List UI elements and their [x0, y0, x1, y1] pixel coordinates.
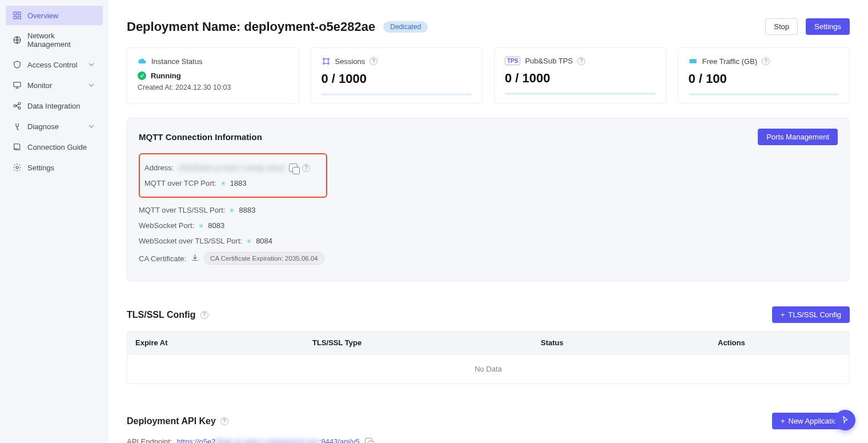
address-value: o5e282ae.us-east-1.emqx.cloud	[178, 163, 284, 172]
sidebar-item-monitor[interactable]: Monitor	[6, 75, 103, 95]
stat-card-sessions: Sessions ? 0 / 1000	[311, 47, 483, 104]
page-title: Deployment Name: deployment-o5e282ae	[127, 19, 375, 34]
copy-icon[interactable]	[365, 438, 372, 443]
col-expire: Expire At	[135, 338, 312, 347]
stat-card-tps: TPS Pub&Sub TPS ? 0 / 1000	[494, 47, 666, 104]
port-value: 1883	[230, 179, 247, 187]
port-row-tcp: MQTT over TCP Port: 1883	[144, 175, 322, 191]
svg-point-11	[327, 58, 329, 60]
sidebar-item-data-integration[interactable]: Data Integration	[6, 96, 103, 115]
mqtt-panel-title: MQTT Connection Information	[139, 132, 262, 142]
port-label: WebSocket Port:	[139, 221, 194, 230]
copy-icon[interactable]	[289, 163, 298, 172]
table-empty-text: No Data	[127, 354, 849, 384]
svg-rect-14	[689, 59, 697, 63]
status-dot-icon	[221, 181, 226, 186]
page-header: Deployment Name: deployment-o5e282ae Ded…	[127, 18, 850, 35]
mqtt-connection-panel: MQTT Connection Information Ports Manage…	[127, 118, 850, 281]
pointer-icon	[840, 415, 850, 425]
col-actions: Actions	[718, 338, 841, 347]
monitor-icon	[13, 81, 22, 90]
cloud-icon	[138, 57, 147, 66]
sidebar-item-label: Diagnose	[27, 122, 59, 131]
api-endpoint-value: https://o5e282ae.us-east-1.emqxcloud.com…	[177, 437, 360, 443]
api-endpoint-row: API Endpoint: https://o5e282ae.us-east-1…	[127, 437, 850, 443]
api-endpoint-label: API Endpoint:	[127, 437, 172, 443]
port-row-ws: WebSocket Port: 8083	[139, 218, 838, 233]
svg-rect-2	[14, 16, 17, 19]
svg-rect-0	[14, 12, 17, 15]
stats-row: Instance Status ✓ Running Created At: 20…	[127, 47, 850, 104]
help-icon[interactable]: ?	[369, 57, 377, 65]
port-value: 8883	[239, 206, 255, 214]
settings-button[interactable]: Settings	[806, 18, 850, 35]
sidebar-item-network[interactable]: Network Management	[6, 26, 103, 54]
svg-point-7	[18, 102, 21, 105]
progress-bar	[322, 93, 472, 95]
sidebar-item-label: Data Integration	[27, 102, 81, 110]
button-label: TLS/SSL Config	[788, 310, 841, 319]
highlighted-connection-block: Address: o5e282ae.us-east-1.emqx.cloud ?…	[139, 153, 327, 198]
cert-expiry-badge: CA Certificate Expiration: 2035.06.04	[204, 252, 324, 265]
download-icon[interactable]	[191, 253, 199, 264]
sidebar-item-settings[interactable]: Settings	[6, 158, 103, 177]
help-icon[interactable]: ?	[762, 57, 770, 65]
sidebar: Overview Network Management Access Contr…	[0, 0, 108, 443]
sidebar-item-label: Connection Guide	[27, 143, 87, 151]
plus-icon: +	[781, 310, 785, 319]
tls-table: Expire At TLS/SSL Type Status Actions No…	[127, 331, 850, 384]
help-icon[interactable]: ?	[302, 164, 310, 172]
tls-section-title: TLS/SSL Config	[127, 310, 196, 320]
stat-card-traffic: Free Traffic (GB) ? 0 / 100	[678, 47, 850, 104]
svg-rect-1	[18, 12, 21, 15]
sidebar-item-connection-guide[interactable]: Connection Guide	[6, 137, 103, 157]
progress-bar	[689, 93, 839, 95]
progress-bar	[505, 93, 656, 95]
created-at: Created At: 2024.12.30 10:03	[138, 83, 288, 91]
help-icon[interactable]: ?	[200, 311, 208, 319]
instance-status: Running	[151, 71, 181, 80]
sidebar-item-label: Network Management	[27, 31, 96, 49]
help-icon[interactable]: ?	[577, 57, 585, 65]
port-value: 8083	[208, 221, 224, 230]
address-row: Address: o5e282ae.us-east-1.emqx.cloud ?	[144, 160, 322, 175]
stat-label: Pub&Sub TPS	[525, 57, 573, 65]
svg-point-8	[18, 107, 21, 109]
dedicated-badge: Dedicated	[383, 21, 428, 33]
api-section-header: Deployment API Key ? + New Application	[127, 413, 850, 429]
stat-label: Sessions	[335, 57, 365, 66]
add-tls-config-button[interactable]: + TLS/SSL Config	[772, 306, 850, 323]
help-icon[interactable]: ?	[220, 417, 228, 425]
sidebar-item-label: Overview	[27, 11, 58, 20]
svg-point-13	[327, 63, 329, 65]
cert-label: CA Certificate:	[139, 254, 186, 263]
tps-value: 0 / 1000	[505, 71, 656, 86]
svg-point-12	[323, 63, 324, 65]
api-section-title: Deployment API Key	[127, 416, 216, 426]
ports-management-button[interactable]: Ports Management	[758, 129, 838, 145]
sidebar-item-access[interactable]: Access Control	[6, 55, 103, 74]
port-label: MQTT over TCP Port:	[144, 179, 216, 187]
col-type: TLS/SSL Type	[312, 338, 541, 347]
gear-icon	[13, 163, 22, 172]
traffic-icon	[689, 57, 698, 66]
tps-icon: TPS	[505, 57, 520, 65]
help-fab[interactable]	[835, 410, 855, 430]
chevron-down-icon	[87, 81, 96, 90]
integration-icon	[13, 101, 22, 110]
stop-button[interactable]: Stop	[765, 18, 798, 35]
sidebar-item-diagnose[interactable]: Diagnose	[6, 117, 103, 136]
sidebar-item-overview[interactable]: Overview	[6, 6, 103, 25]
button-label: New Application	[789, 417, 842, 425]
deployment-name: deployment-o5e282ae	[244, 19, 375, 34]
stat-label: Instance Status	[151, 57, 203, 66]
sessions-icon	[322, 57, 331, 66]
plus-icon: +	[781, 417, 785, 425]
globe-icon	[13, 35, 22, 45]
main-content: Deployment Name: deployment-o5e282ae Ded…	[108, 0, 868, 443]
diagnose-icon	[13, 122, 22, 131]
table-header: Expire At TLS/SSL Type Status Actions	[127, 332, 849, 354]
svg-point-9	[16, 166, 18, 169]
sidebar-item-label: Settings	[27, 163, 54, 172]
svg-point-6	[14, 105, 16, 107]
